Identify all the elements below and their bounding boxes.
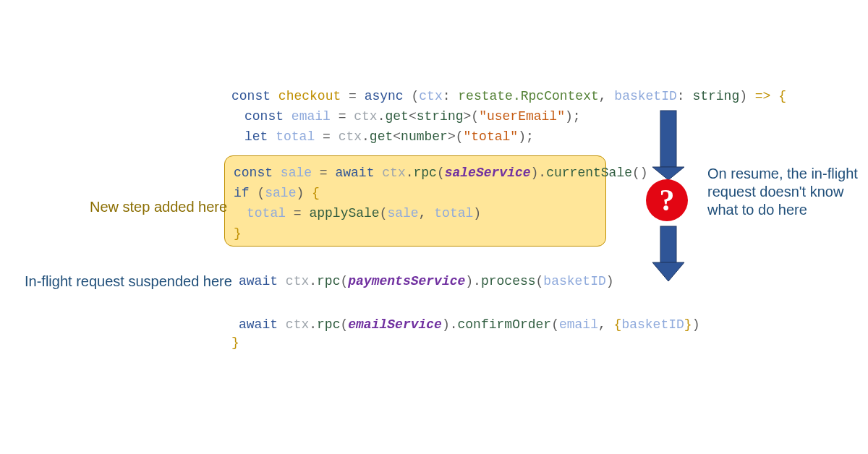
code-line-9-wrap: await ctx.rpc(emailService).confirmOrder… <box>239 315 699 335</box>
code-line-9: await ctx.rpc(emailService).confirmOrder… <box>239 315 699 335</box>
label-resume: On resume, the in-flight request doesn't… <box>707 165 859 219</box>
code-line-6: total = applySale(sale, total) <box>234 204 597 224</box>
code-line-7: } <box>234 224 597 244</box>
new-step-highlight: const sale = await ctx.rpc(saleService).… <box>224 155 606 247</box>
code-line-8-wrap: await ctx.rpc(paymentsService).process(b… <box>239 272 614 292</box>
svg-marker-3 <box>652 262 684 281</box>
code-line-1: const checkout = async (ctx: restate.Rpc… <box>231 87 786 107</box>
code-line-4: const sale = await ctx.rpc(saleService).… <box>234 163 597 184</box>
svg-rect-0 <box>660 111 676 167</box>
code-line-3: let total = ctx.get<number>("total"); <box>231 127 786 147</box>
question-mark-icon: ? <box>646 179 688 221</box>
code-header: const checkout = async (ctx: restate.Rpc… <box>231 87 786 147</box>
code-line-10: } <box>231 335 239 350</box>
code-line-5: if (sale) { <box>234 184 597 204</box>
label-suspended: In-flight request suspended here <box>25 273 232 290</box>
code-line-2: const email = ctx.get<string>("userEmail… <box>231 107 786 127</box>
svg-marker-1 <box>652 167 684 180</box>
label-new-step: New step added here <box>90 199 227 215</box>
svg-rect-2 <box>660 226 676 262</box>
code-line-8: await ctx.rpc(paymentsService).process(b… <box>239 272 614 292</box>
